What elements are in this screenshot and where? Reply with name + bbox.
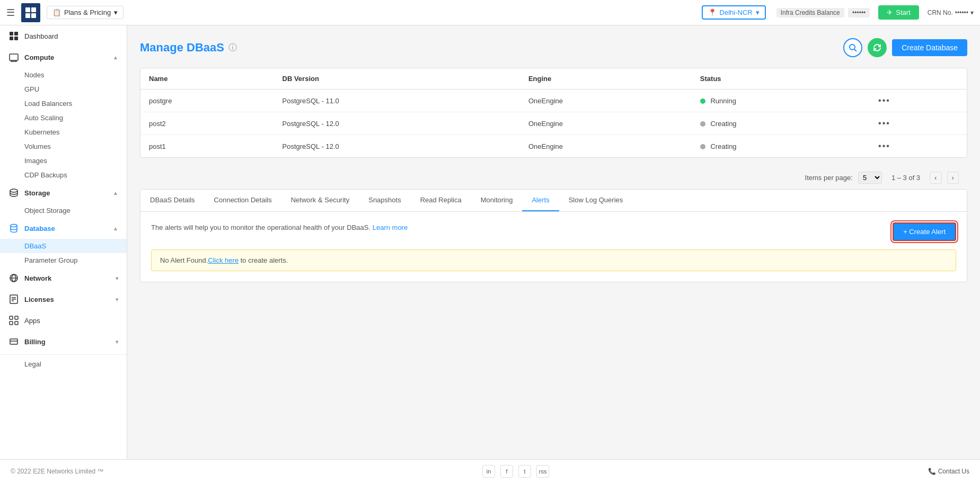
table-row[interactable]: post2 PostgreSQL - 12.0 OneEngine Creati… — [140, 112, 967, 135]
col-name: Name — [140, 68, 274, 90]
tab-snapshots[interactable]: Snapshots — [359, 190, 410, 211]
compute-icon — [8, 52, 19, 62]
more-actions-button[interactable]: ••• — [878, 96, 890, 105]
cell-status: Creating — [692, 135, 870, 158]
table-row[interactable]: postgre PostgreSQL - 11.0 OneEngine Runn… — [140, 90, 967, 112]
status-dot-icon — [700, 121, 705, 127]
tab-monitoring[interactable]: Monitoring — [471, 190, 523, 211]
svg-rect-0 — [25, 7, 30, 12]
region-chevron-icon: ▾ — [756, 8, 760, 16]
sidebar-group-database[interactable]: Database ▲ — [0, 218, 127, 239]
more-actions-button[interactable]: ••• — [878, 119, 890, 128]
help-icon[interactable]: ⓘ — [228, 42, 237, 53]
svg-rect-24 — [10, 339, 17, 344]
sidebar-group-network[interactable]: Network ▾ — [0, 267, 127, 289]
alert-description: The alerts will help you to monitor the … — [151, 223, 408, 231]
sidebar-item-apps[interactable]: Apps — [0, 310, 127, 331]
tab-dbaas-details[interactable]: DBaaS Details — [140, 190, 205, 211]
footer: © 2022 E2E Networks Limited ™ in f t rss… — [0, 459, 980, 483]
header-actions: Create Database — [843, 38, 967, 57]
refresh-button[interactable] — [868, 38, 887, 57]
no-alert-message: No Alert Found. — [160, 256, 208, 264]
page-info: 1 – 3 of 3 — [891, 174, 920, 182]
create-alert-button[interactable]: + Create Alert — [893, 222, 956, 241]
sidebar-item-load-balancers[interactable]: Load Balancers — [0, 96, 127, 111]
rss-icon[interactable]: rss — [536, 465, 549, 478]
svg-point-13 — [11, 225, 17, 227]
cell-engine: OneEngine — [520, 135, 692, 158]
svg-rect-6 — [10, 37, 13, 40]
sidebar-item-gpu[interactable]: GPU — [0, 82, 127, 96]
no-alert-link[interactable]: Click here — [208, 256, 239, 264]
svg-rect-1 — [31, 7, 36, 12]
twitter-icon[interactable]: t — [518, 465, 531, 478]
sidebar-group-licenses[interactable]: Licenses ▾ — [0, 289, 127, 310]
learn-more-link[interactable]: Learn more — [373, 223, 408, 231]
svg-rect-7 — [14, 37, 18, 40]
previous-page-button[interactable]: ‹ — [930, 172, 941, 184]
dropdown-chevron-icon: ▾ — [114, 8, 118, 16]
sidebar-group-billing[interactable]: Billing ▾ — [0, 331, 127, 352]
tab-slow-log-queries[interactable]: Slow Log Queries — [559, 190, 633, 211]
cell-db-version: PostgreSQL - 11.0 — [274, 90, 520, 112]
page-header: Manage DBaaS ⓘ Create Database — [140, 38, 967, 57]
col-actions — [870, 68, 967, 90]
sidebar-item-auto-scaling[interactable]: Auto Scaling — [0, 111, 127, 125]
tab-content-alerts: The alerts will help you to monitor the … — [140, 212, 967, 282]
social-icons: in f t rss — [482, 465, 549, 478]
items-per-page-select[interactable]: 5 10 25 50 — [858, 172, 882, 184]
start-button[interactable]: ✈ Start — [878, 5, 919, 20]
sidebar-item-dbaas[interactable]: DBaaS — [0, 239, 127, 253]
alert-actions: + Create Alert — [893, 222, 956, 241]
plans-pricing-dropdown[interactable]: 📋 Plans & Pricing ▾ — [47, 6, 123, 19]
region-selector[interactable]: 📍 Delhi-NCR ▾ — [702, 5, 766, 20]
sidebar-item-kubernetes[interactable]: Kubernetes — [0, 125, 127, 139]
col-engine: Engine — [520, 68, 692, 90]
no-alert-box: No Alert Found.Click here to create aler… — [151, 249, 956, 271]
status-text: Creating — [710, 142, 736, 150]
next-page-button[interactable]: › — [947, 172, 959, 184]
table-row[interactable]: post1 PostgreSQL - 12.0 OneEngine Creati… — [140, 135, 967, 158]
database-icon — [8, 223, 19, 234]
cell-db-version: PostgreSQL - 12.0 — [274, 112, 520, 135]
main-content: Manage DBaaS ⓘ Create Database — [127, 25, 980, 459]
tab-read-replica[interactable]: Read Replica — [411, 190, 471, 211]
svg-rect-3 — [31, 13, 36, 18]
sidebar-group-compute[interactable]: Compute ▲ — [0, 47, 127, 68]
contact-us[interactable]: 📞 Contact Us — [928, 468, 969, 475]
sidebar-item-volumes[interactable]: Volumes — [0, 139, 127, 154]
cell-more[interactable]: ••• — [870, 112, 967, 135]
sidebar-item-cdp-backups[interactable]: CDP Backups — [0, 168, 127, 182]
create-database-button[interactable]: Create Database — [892, 39, 967, 56]
tab-connection-details[interactable]: Connection Details — [205, 190, 281, 211]
cell-more[interactable]: ••• — [870, 135, 967, 158]
network-chevron-icon: ▾ — [116, 275, 118, 281]
location-pin-icon: 📍 — [708, 8, 717, 16]
sidebar: Dashboard Compute ▲ Nodes GPU Load Balan… — [0, 25, 127, 459]
linkedin-icon[interactable]: in — [482, 465, 495, 478]
sidebar-item-object-storage[interactable]: Object Storage — [0, 203, 127, 218]
crn-dropdown[interactable]: CRN No. •••••• ▾ — [928, 9, 974, 16]
tab-network-security[interactable]: Network & Security — [281, 190, 359, 211]
hamburger-menu[interactable]: ☰ — [6, 7, 15, 19]
cell-engine: OneEngine — [520, 90, 692, 112]
sidebar-item-legal[interactable]: Legal — [0, 357, 127, 371]
search-button[interactable] — [843, 38, 862, 57]
app-logo — [21, 3, 40, 22]
apps-label: Apps — [24, 317, 118, 325]
sidebar-item-nodes[interactable]: Nodes — [0, 68, 127, 82]
sidebar-item-dashboard[interactable]: Dashboard — [0, 25, 127, 47]
sidebar-item-parameter-group[interactable]: Parameter Group — [0, 253, 127, 267]
tab-alerts[interactable]: Alerts — [522, 190, 559, 211]
cell-name: post2 — [140, 112, 274, 135]
sidebar-group-storage[interactable]: Storage ▲ — [0, 182, 127, 203]
facebook-icon[interactable]: f — [500, 465, 513, 478]
cell-more[interactable]: ••• — [870, 90, 967, 112]
svg-point-26 — [850, 44, 855, 50]
svg-rect-23 — [15, 321, 18, 325]
sidebar-item-images[interactable]: Images — [0, 154, 127, 168]
storage-icon — [8, 187, 19, 198]
status-dot-icon — [700, 144, 705, 149]
compute-label: Compute — [24, 53, 54, 61]
more-actions-button[interactable]: ••• — [878, 141, 890, 150]
